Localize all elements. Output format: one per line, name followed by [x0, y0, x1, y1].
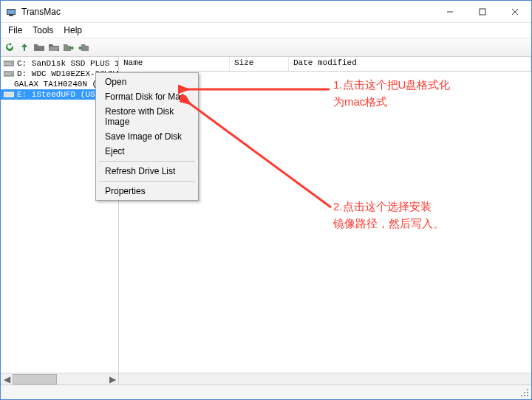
tree-scrollbar-horizontal[interactable]: ◀ ▶ [1, 373, 119, 385]
ctx-save-image-of-disk[interactable]: Save Image of Disk [96, 129, 198, 144]
scrollbar-thumb[interactable] [13, 374, 57, 385]
window-title: TransMac [21, 7, 434, 17]
tree-item-label: C: SanDisk SSD PLUS 120 GB ( [17, 59, 119, 68]
app-icon [5, 6, 17, 18]
scroll-left-icon[interactable]: ◀ [1, 373, 13, 385]
ctx-eject[interactable]: Eject [96, 144, 198, 159]
maximize-button[interactable] [466, 1, 499, 23]
minimize-button[interactable] [434, 1, 466, 23]
svg-point-10 [11, 73, 13, 75]
svg-point-8 [11, 63, 13, 64]
scroll-right-icon[interactable]: ▶ [106, 373, 118, 385]
column-name[interactable]: Name [119, 57, 230, 71]
svg-rect-1 [7, 10, 15, 14]
drive-icon [4, 91, 14, 98]
ctx-open[interactable]: Open [96, 75, 198, 89]
column-date[interactable]: Date modified [289, 57, 531, 71]
ctx-separator [99, 161, 195, 162]
drive-icon [4, 70, 14, 77]
menubar: File Tools Help [1, 23, 531, 38]
statusbar [1, 385, 531, 399]
drive-icon [4, 60, 14, 67]
resize-grip-icon[interactable] [519, 387, 530, 398]
svg-point-12 [11, 94, 13, 95]
ctx-restore-with-disk-image[interactable]: Restore with Disk Image [96, 104, 198, 129]
ctx-properties[interactable]: Properties [96, 184, 198, 199]
content-area: C: SanDisk SSD PLUS 120 GB ( D: WDC WD10… [1, 57, 531, 373]
svg-rect-4 [480, 9, 485, 15]
open-folder-icon[interactable] [48, 41, 60, 53]
ctx-format-disk-for-mac[interactable]: Format Disk for Mac [96, 89, 198, 104]
ctx-separator [99, 181, 195, 182]
up-icon[interactable] [18, 41, 30, 53]
svg-rect-13 [527, 395, 528, 396]
copy-to-icon[interactable] [63, 41, 75, 53]
refresh-icon[interactable] [4, 41, 16, 53]
toolbar [1, 38, 531, 57]
svg-rect-15 [527, 392, 528, 393]
menu-tools[interactable]: Tools [28, 24, 58, 36]
window-controls [434, 1, 531, 23]
svg-rect-14 [524, 395, 525, 396]
folder-icon[interactable] [33, 41, 45, 53]
titlebar: TransMac [1, 1, 531, 23]
tree-item-drive-c[interactable]: C: SanDisk SSD PLUS 120 GB ( [1, 58, 118, 69]
close-button[interactable] [499, 1, 531, 23]
svg-rect-2 [9, 15, 13, 16]
list-header: Name Size Date modified [119, 57, 531, 72]
list-scrollbar-horizontal[interactable] [119, 373, 531, 385]
context-menu: Open Format Disk for Mac Restore with Di… [95, 72, 199, 201]
svg-rect-16 [521, 395, 522, 396]
ctx-refresh-drive-list[interactable]: Refresh Drive List [96, 164, 198, 179]
column-size[interactable]: Size [230, 57, 289, 71]
app-window: TransMac File Tools Help C: SanDisk SSD … [0, 0, 532, 400]
svg-rect-17 [524, 392, 525, 393]
svg-rect-18 [527, 389, 528, 390]
menu-help[interactable]: Help [59, 24, 86, 36]
menu-file[interactable]: File [4, 24, 27, 36]
copy-from-icon[interactable] [78, 41, 89, 53]
